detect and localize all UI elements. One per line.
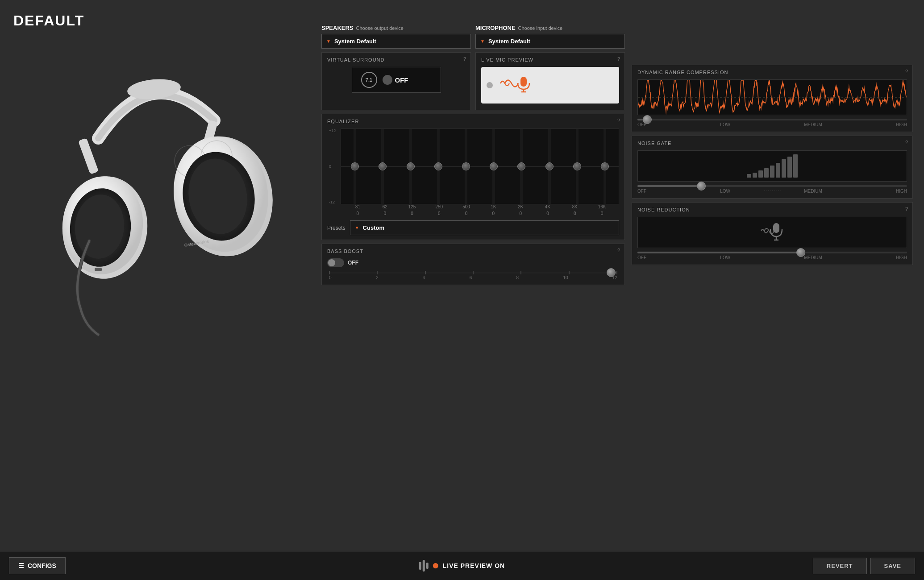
presets-arrow-icon: ▼ — [355, 225, 359, 230]
eq-thumb-62[interactable] — [379, 162, 387, 170]
devices-row: SPEAKERS Choose output device ▼ System D… — [321, 25, 625, 49]
drc-canvas — [638, 80, 907, 115]
configs-icon: ☰ — [18, 562, 24, 569]
eq-thumb-4k[interactable] — [545, 162, 554, 170]
speakers-section: SPEAKERS Choose output device ▼ System D… — [321, 25, 471, 49]
drc-help-icon[interactable]: ? — [905, 69, 908, 74]
equalizer-panel: EQUALIZER ? +12 0 -12 — [321, 114, 625, 240]
drc-slider-knob[interactable] — [643, 115, 652, 124]
noise-reduction-help-icon[interactable]: ? — [905, 206, 908, 211]
live-preview-indicator: LIVE PREVIEW ON — [419, 560, 505, 572]
mic-large-icon — [498, 72, 534, 98]
ng-bar-3 — [758, 170, 763, 178]
bottom-right-buttons: REVERT SAVE — [813, 558, 915, 574]
microphone-title: MICROPHONE — [475, 25, 516, 31]
lp-bar-1 — [419, 562, 421, 570]
virtual-surround-toggle[interactable]: 7.1 OFF — [352, 67, 441, 93]
ng-bar-1 — [747, 174, 751, 178]
bass-toggle-knob — [328, 259, 335, 266]
noise-gate-title: NOISE GATE — [637, 141, 907, 146]
ng-bar-6 — [776, 163, 780, 178]
configs-button[interactable]: ☰ CONFIGS — [9, 557, 66, 574]
speakers-value: System Default — [334, 38, 376, 45]
speakers-dropdown[interactable]: ▼ System Default — [321, 34, 471, 49]
noise-gate-viz: · · · · · · · · · — [637, 150, 907, 182]
microphone-label: MICROPHONE Choose input device — [475, 25, 625, 31]
surround-badge: 7.1 — [361, 72, 377, 88]
noise-gate-help-icon[interactable]: ? — [905, 140, 908, 145]
save-button[interactable]: SAVE — [870, 558, 915, 574]
live-mic-help-icon[interactable]: ? — [617, 56, 620, 62]
revert-button[interactable]: REVERT — [813, 558, 867, 574]
bass-toggle-switch[interactable] — [327, 258, 344, 267]
mic-preview-box — [481, 67, 619, 104]
live-preview-text: LIVE PREVIEW ON — [443, 562, 505, 569]
speakers-arrow-icon: ▼ — [326, 39, 331, 44]
noise-reduction-slider-wrapper: OFF LOW MEDIUM HIGH — [637, 252, 907, 260]
drc-title: DYNAMIC RANGE COMPRESSION — [637, 70, 907, 75]
eq-bars-container — [341, 128, 619, 204]
eq-thumb-125[interactable] — [407, 162, 415, 170]
ng-bar-8 — [787, 157, 792, 178]
eq-grid: +12 0 -12 — [327, 128, 619, 218]
microphone-section: MICROPHONE Choose input device ▼ System … — [475, 25, 625, 49]
microphone-sublabel: Choose input device — [518, 25, 563, 31]
noise-gate-slider-knob[interactable] — [697, 182, 706, 191]
speakers-title: SPEAKERS — [321, 25, 354, 31]
eq-thumb-31[interactable] — [351, 162, 359, 170]
bass-boost-state: OFF — [348, 260, 358, 266]
eq-thumb-1k[interactable] — [490, 162, 498, 170]
surround-state: OFF — [383, 75, 408, 85]
surround-livemic-row: VIRTUAL SURROUND ? 7.1 OFF LIVE MIC PREV… — [321, 52, 625, 110]
eq-thumb-2k[interactable] — [517, 162, 525, 170]
noise-reduction-slider-track[interactable] — [637, 252, 907, 253]
microphone-dropdown[interactable]: ▼ System Default — [475, 34, 625, 49]
noise-gate-labels: OFF LOW MEDIUM HIGH — [637, 189, 907, 194]
drc-slider-track[interactable] — [637, 119, 907, 120]
presets-dropdown[interactable]: ▼ Custom — [350, 220, 619, 235]
bass-boost-help-icon[interactable]: ? — [617, 248, 620, 253]
noise-reduction-slider-fill — [637, 252, 804, 253]
speakers-label: SPEAKERS Choose output device — [321, 25, 471, 31]
microphone-value: System Default — [488, 38, 530, 45]
ng-bar-4 — [764, 168, 769, 178]
bass-slider-track[interactable] — [329, 272, 617, 273]
microphone-arrow-icon: ▼ — [480, 39, 485, 44]
live-mic-preview-title: LIVE MIC PREVIEW — [481, 57, 619, 62]
bottom-bar: ☰ CONFIGS LIVE PREVIEW ON REVERT SAVE — [0, 551, 924, 580]
eq-value-labels: 0 0 0 0 0 0 0 0 0 0 — [341, 211, 619, 216]
noise-reduction-panel: NOISE REDUCTION ? — [632, 202, 913, 265]
ng-bar-5 — [770, 166, 774, 178]
presets-row: Presets ▼ Custom — [327, 220, 619, 235]
eq-y-axis: +12 0 -12 — [327, 128, 341, 204]
drc-waveform — [637, 79, 907, 115]
lp-bar-3 — [426, 563, 429, 569]
eq-thumb-8k[interactable] — [573, 162, 581, 170]
drc-slider-labels: OFF LOW MEDIUM HIGH — [637, 122, 907, 127]
ng-bar-2 — [753, 173, 757, 178]
live-mic-preview-panel: LIVE MIC PREVIEW ? — [475, 52, 625, 110]
live-dot — [433, 563, 438, 568]
ng-bar-7 — [782, 159, 786, 178]
bass-scale-labels: 0 2 4 6 8 10 12 — [329, 275, 617, 280]
presets-value: Custom — [363, 224, 384, 231]
noise-reduction-viz — [637, 217, 907, 248]
drc-slider-wrapper: OFF LOW MEDIUM HIGH — [637, 119, 907, 127]
presets-label: Presets — [327, 225, 345, 231]
virtual-surround-help-icon[interactable]: ? — [463, 56, 466, 62]
equalizer-title: EQUALIZER — [327, 119, 619, 124]
noise-gate-panel: NOISE GATE ? · · · · · · · · · OFF — [632, 136, 913, 199]
equalizer-help-icon[interactable]: ? — [617, 118, 620, 123]
virtual-surround-title: VIRTUAL SURROUND — [327, 57, 465, 62]
noise-reduction-labels: OFF LOW MEDIUM HIGH — [637, 255, 907, 260]
bass-boost-title: BASS BOOST — [327, 249, 619, 254]
bass-boost-panel: BASS BOOST ? OFF — [321, 244, 625, 285]
noise-gate-slider-wrapper: OFF LOW MEDIUM HIGH — [637, 185, 907, 194]
speakers-sublabel: Choose output device — [356, 25, 404, 31]
eq-thumb-250[interactable] — [434, 162, 442, 170]
eq-thumb-500[interactable] — [462, 162, 470, 170]
eq-freq-labels: 31 62 125 250 500 1K 2K 4K 8K 16K — [341, 204, 619, 209]
noise-gate-slider-track[interactable] — [637, 185, 907, 187]
microphone-controls-panel: DYNAMIC RANGE COMPRESSION ? OFF LOW MEDI… — [632, 25, 913, 265]
eq-thumb-16k[interactable] — [601, 162, 609, 170]
